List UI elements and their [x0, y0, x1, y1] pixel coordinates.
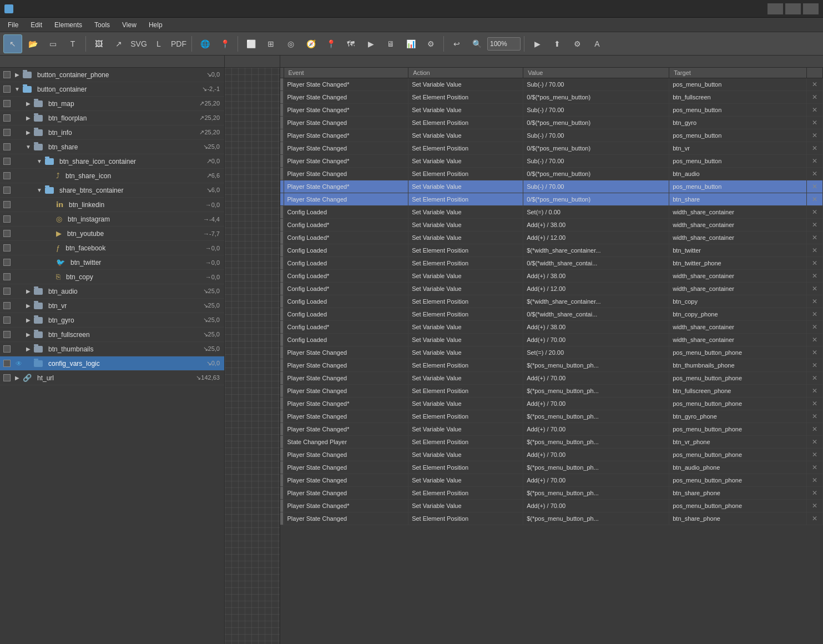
menu-file[interactable]: File [2, 20, 24, 30]
row-expand[interactable]: ▶ [24, 313, 32, 328]
table-row[interactable]: Config Loaded Set Element Position $(*wi… [280, 244, 823, 257]
table-row[interactable]: Config Loaded Set Element Position $(*wi… [280, 295, 823, 308]
tree-row[interactable]: 𝗶𝗻 btn_linkedin →0,0 [0, 198, 224, 212]
row-checkbox[interactable] [0, 154, 13, 169]
table-row[interactable]: Config Loaded* Set Variable Value Add(+)… [280, 283, 823, 295]
globe-tool[interactable]: 🌐 [195, 34, 214, 53]
row-expand[interactable]: ▶ [13, 371, 21, 385]
delete-cell[interactable]: ✕ [807, 117, 823, 129]
row-checkbox[interactable] [0, 313, 13, 328]
table-row[interactable]: Config Loaded Set Variable Value Add(+) … [280, 334, 823, 346]
delete-button[interactable]: ✕ [810, 284, 819, 293]
tree-row[interactable]: 🐦 btn_twitter →0,0 [0, 255, 224, 270]
tree-row[interactable]: ▶ btn_vr ↘25,0 [0, 299, 224, 313]
table-row[interactable]: Player State Changed Set Element Positio… [280, 142, 823, 155]
table-row[interactable]: Player State Changed* Set Variable Value… [280, 500, 823, 512]
tree-row[interactable]: 👁 config_vars_logic ↘0,0 [0, 356, 224, 371]
row-checkbox[interactable] [0, 82, 13, 97]
menu-help[interactable]: Help [143, 20, 168, 30]
row-expand[interactable]: ▼ [24, 140, 32, 154]
tree-row[interactable]: ▼ btn_share_icon_container ↗0,0 [0, 154, 224, 169]
table-row[interactable]: Player State Changed* Set Variable Value… [280, 398, 823, 410]
delete-button[interactable]: ✕ [810, 348, 819, 357]
misc-tool[interactable]: ⚙ [421, 34, 440, 53]
tree-row[interactable]: ◎ btn_instagram →-4,4 [0, 212, 224, 227]
delete-cell[interactable]: ✕ [807, 346, 823, 359]
delete-button[interactable]: ✕ [810, 118, 819, 127]
table-row[interactable]: Player State Changed* Set Variable Value… [280, 423, 823, 436]
row-expand[interactable]: ▶ [24, 111, 32, 125]
delete-cell[interactable]: ✕ [807, 155, 823, 168]
table-row[interactable]: Player State Changed Set Element Positio… [280, 168, 823, 180]
props-content[interactable]: Event Action Value Target Player State C… [280, 68, 823, 644]
row-expand[interactable] [24, 356, 32, 371]
delete-button[interactable]: ✕ [810, 259, 819, 268]
delete-cell[interactable]: ✕ [807, 168, 823, 180]
screen-tool[interactable]: ⬜ [241, 34, 260, 53]
delete-button[interactable]: ✕ [810, 425, 819, 434]
text-tool[interactable]: T [63, 34, 82, 53]
delete-button[interactable]: ✕ [810, 463, 819, 472]
select-tool[interactable]: ↖ [3, 34, 22, 53]
delete-button[interactable]: ✕ [810, 246, 819, 255]
row-checkbox[interactable] [0, 227, 13, 241]
delete-cell[interactable]: ✕ [807, 423, 823, 436]
delete-button[interactable]: ✕ [810, 80, 819, 89]
delete-cell[interactable]: ✕ [807, 91, 823, 104]
table-row[interactable]: Config Loaded Set Variable Value Set(=) … [280, 206, 823, 219]
image-tool[interactable]: 🖼 [89, 34, 108, 53]
table-row[interactable]: Config Loaded Set Element Position 0/$(*… [280, 308, 823, 321]
tree-row[interactable]: ▶ btn_floorplan ↗25,20 [0, 111, 224, 125]
row-checkbox[interactable] [0, 169, 13, 183]
delete-button[interactable]: ✕ [810, 489, 819, 497]
table-row[interactable]: Config Loaded* Set Variable Value Add(+)… [280, 321, 823, 334]
delete-button[interactable]: ✕ [810, 361, 819, 370]
tree-row[interactable]: ▶ btn_gyro ↘25,0 [0, 313, 224, 328]
row-expand[interactable]: ▶ [24, 342, 32, 356]
table-row[interactable]: Player State Changed* Set Variable Value… [280, 129, 823, 142]
row-expand[interactable]: ▼ [36, 183, 43, 198]
table-row[interactable]: Player State Changed* Set Variable Value… [280, 78, 823, 91]
table-row[interactable]: State Changed Player Set Element Positio… [280, 436, 823, 449]
delete-cell[interactable]: ✕ [807, 283, 823, 295]
undo-tool[interactable]: ↩ [447, 34, 466, 53]
settings-tool[interactable]: ⚙ [568, 34, 587, 53]
map-tool[interactable]: 🗺 [341, 34, 360, 53]
row-expand[interactable]: ▶ [24, 328, 32, 342]
lottie-tool[interactable]: L [149, 34, 168, 53]
table-row[interactable]: Player State Changed Set Element Positio… [280, 461, 823, 474]
delete-cell[interactable]: ✕ [807, 257, 823, 270]
delete-button[interactable]: ✕ [810, 386, 819, 395]
delete-button[interactable]: ✕ [810, 297, 819, 306]
table-row[interactable]: Player State Changed Set Variable Value … [280, 474, 823, 487]
table-row[interactable]: Config Loaded* Set Variable Value Add(+)… [280, 219, 823, 232]
zoom-input[interactable] [487, 37, 521, 51]
row-eye[interactable]: 👁 [13, 356, 24, 371]
preview-tool[interactable]: ▶ [528, 34, 547, 53]
delete-cell[interactable]: ✕ [807, 385, 823, 398]
delete-cell[interactable]: ✕ [807, 410, 823, 423]
row-checkbox[interactable] [0, 342, 13, 356]
delete-button[interactable]: ✕ [810, 476, 819, 485]
row-expand[interactable]: ▼ [36, 154, 43, 169]
delete-button[interactable]: ✕ [810, 323, 819, 331]
table-row[interactable]: Player State Changed Set Element Positio… [280, 385, 823, 398]
row-expand[interactable] [47, 241, 54, 255]
tree-row[interactable]: ▶ btn_thumbnails ↘25,0 [0, 342, 224, 356]
table-row[interactable]: Player State Changed* Set Variable Value… [280, 155, 823, 168]
menu-tools[interactable]: Tools [89, 20, 115, 30]
graph-tool[interactable]: 📊 [401, 34, 420, 53]
delete-button[interactable]: ✕ [810, 93, 819, 102]
delete-cell[interactable]: ✕ [807, 436, 823, 449]
tree-row[interactable]: ▼ share_btns_container ↘6,0 [0, 183, 224, 198]
delete-button[interactable]: ✕ [810, 335, 819, 344]
close-button[interactable] [803, 3, 819, 14]
delete-cell[interactable]: ✕ [807, 500, 823, 512]
tree-row[interactable]: ▼ button_container ↘-2,-1 [0, 82, 224, 97]
row-expand[interactable]: ▶ [13, 68, 21, 82]
monitor-tool[interactable]: 🖥 [381, 34, 400, 53]
tree-row[interactable]: ▶ button_container_phone ↘0,0 [0, 68, 224, 82]
delete-button[interactable]: ✕ [810, 450, 819, 459]
compass-tool[interactable]: 🧭 [301, 34, 320, 53]
row-checkbox[interactable] [0, 255, 13, 270]
